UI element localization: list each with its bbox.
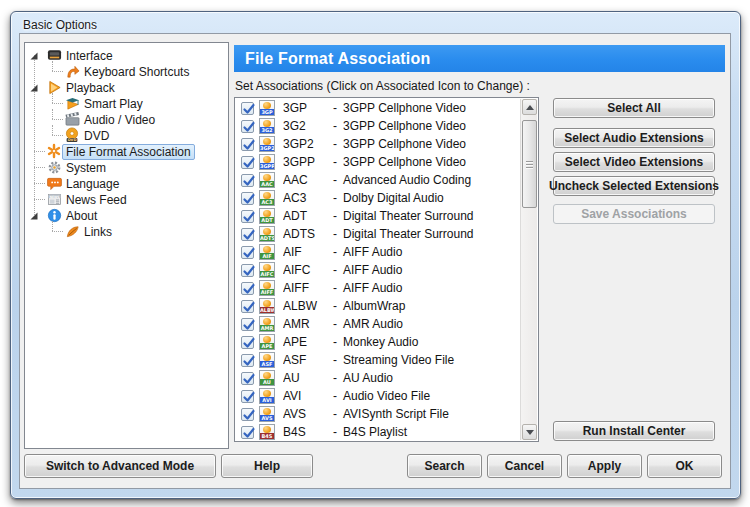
filetype-icon-3g2[interactable]: 3G2 xyxy=(259,118,275,134)
assoc-checkbox-3gpp[interactable] xyxy=(241,156,254,169)
select-video-extensions-button[interactable]: Select Video Extensions xyxy=(553,152,715,172)
filetype-icon-adt[interactable]: ADT xyxy=(259,208,275,224)
select-all-button[interactable]: Select All xyxy=(553,98,715,118)
select-audio-extensions-button[interactable]: Select Audio Extensions xyxy=(553,128,715,148)
thumb-gripper xyxy=(526,161,533,162)
window-titlebar[interactable]: Basic Options xyxy=(23,16,97,33)
tree-item-smart-play[interactable]: Smart Play xyxy=(25,95,228,111)
extension-description: 3GPP Cellphone Video xyxy=(343,155,466,169)
assoc-checkbox-adt[interactable] xyxy=(241,210,254,223)
assoc-row-aif[interactable]: AIFAIF-AIFF Audio xyxy=(236,243,520,261)
assoc-checkbox-amr[interactable] xyxy=(241,318,254,331)
separator: - xyxy=(333,335,343,349)
filetype-icon-avs[interactable]: AVS xyxy=(259,406,275,422)
filetype-icon-aiff[interactable]: AIFF xyxy=(259,280,275,296)
cancel-button[interactable]: Cancel xyxy=(487,454,562,478)
tree-expanded-icon[interactable] xyxy=(29,210,39,220)
extension-description: Monkey Audio xyxy=(343,335,418,349)
filetype-icon-adts[interactable]: ADTS xyxy=(259,226,275,242)
assoc-row-3gp2[interactable]: 3GP23GP2-3GPP Cellphone Video xyxy=(236,135,520,153)
assoc-row-asf[interactable]: ASFASF-Streaming Video File xyxy=(236,351,520,369)
tree-item-file-format-association[interactable]: File Format Association xyxy=(25,143,228,159)
tree-item-label: Interface xyxy=(62,48,117,64)
filetype-icon-aac[interactable]: AAC xyxy=(259,172,275,188)
assoc-checkbox-3g2[interactable] xyxy=(241,120,254,133)
tree-item-news-feed[interactable]: NEWSNews Feed xyxy=(25,191,228,207)
assoc-row-avi[interactable]: AVIAVI-Audio Video File xyxy=(236,387,520,405)
filetype-icon-albw[interactable]: ALBW xyxy=(259,298,275,314)
separator: - xyxy=(333,317,343,331)
tree-item-system[interactable]: System xyxy=(25,159,228,175)
assoc-checkbox-b4s[interactable] xyxy=(241,426,254,439)
filetype-icon-aif[interactable]: AIF xyxy=(259,244,275,260)
apply-button[interactable]: Apply xyxy=(567,454,642,478)
assoc-row-adt[interactable]: ADTADT-Digital Theater Surround xyxy=(236,207,520,225)
extension-name: ASF xyxy=(283,353,333,367)
filetype-icon-amr[interactable]: AMR xyxy=(259,316,275,332)
run-install-center-button[interactable]: Run Install Center xyxy=(553,421,715,441)
tree-item-label: Language xyxy=(62,176,123,192)
speech-bubble-icon xyxy=(46,175,62,191)
assoc-checkbox-aifc[interactable] xyxy=(241,264,254,277)
associations-list: 3GP3GP-3GPP Cellphone Video3G23G2-3GPP C… xyxy=(236,99,520,440)
switch-to-advanced-mode-button[interactable]: Switch to Advanced Mode xyxy=(24,454,216,478)
tree-item-about[interactable]: About xyxy=(25,207,228,223)
filetype-icon-au[interactable]: AU xyxy=(259,370,275,386)
assoc-checkbox-adts[interactable] xyxy=(241,228,254,241)
assoc-row-albw[interactable]: ALBWALBW-AlbumWrap xyxy=(236,297,520,315)
tree-item-links[interactable]: Links xyxy=(25,223,228,239)
assoc-checkbox-ac3[interactable] xyxy=(241,192,254,205)
filetype-icon-aifc[interactable]: AIFC xyxy=(259,262,275,278)
assoc-row-aiff[interactable]: AIFFAIFF-AIFF Audio xyxy=(236,279,520,297)
filetype-icon-ac3[interactable]: AC3 xyxy=(259,190,275,206)
tree-expanded-icon[interactable] xyxy=(29,50,39,60)
assoc-row-au[interactable]: AUAU-AU Audio xyxy=(236,369,520,387)
scrollbar[interactable] xyxy=(520,99,537,440)
help-button[interactable]: Help xyxy=(221,454,313,478)
assoc-checkbox-aif[interactable] xyxy=(241,246,254,259)
filetype-icon-asf[interactable]: ASF xyxy=(259,352,275,368)
filetype-icon-3gp[interactable]: 3GP xyxy=(259,100,275,116)
scroll-down-button[interactable] xyxy=(522,424,537,440)
assoc-checkbox-au[interactable] xyxy=(241,372,254,385)
filetype-icon-avi[interactable]: AVI xyxy=(259,388,275,404)
tree-item-keyboard-shortcuts[interactable]: Keyboard Shortcuts xyxy=(25,63,228,79)
assoc-checkbox-aac[interactable] xyxy=(241,174,254,187)
filetype-icon-b4s[interactable]: B4S xyxy=(259,424,275,440)
assoc-row-3gp[interactable]: 3GP3GP-3GPP Cellphone Video xyxy=(236,99,520,117)
assoc-row-3g2[interactable]: 3G23G2-3GPP Cellphone Video xyxy=(236,117,520,135)
assoc-checkbox-ape[interactable] xyxy=(241,336,254,349)
tree-item-playback[interactable]: Playback xyxy=(25,79,228,95)
separator: - xyxy=(333,191,343,205)
assoc-checkbox-avi[interactable] xyxy=(241,390,254,403)
assoc-checkbox-3gp2[interactable] xyxy=(241,138,254,151)
filetype-icon-3gpp[interactable]: 3GPP xyxy=(259,154,275,170)
assoc-row-aifc[interactable]: AIFCAIFC-AIFF Audio xyxy=(236,261,520,279)
extension-description: AMR Audio xyxy=(343,317,403,331)
assoc-checkbox-aiff[interactable] xyxy=(241,282,254,295)
assoc-row-adts[interactable]: ADTSADTS-Digital Theater Surround xyxy=(236,225,520,243)
search-button[interactable]: Search xyxy=(407,454,482,478)
tree-item-language[interactable]: Language xyxy=(25,175,228,191)
assoc-checkbox-avs[interactable] xyxy=(241,408,254,421)
assoc-row-avs[interactable]: AVSAVS-AVISynth Script File xyxy=(236,405,520,423)
tree-item-audio-video[interactable]: Audio / Video xyxy=(25,111,228,127)
tree-expanded-icon[interactable] xyxy=(29,82,39,92)
scroll-up-button[interactable] xyxy=(522,99,537,115)
assoc-checkbox-albw[interactable] xyxy=(241,300,254,313)
assoc-row-amr[interactable]: AMRAMR-AMR Audio xyxy=(236,315,520,333)
assoc-row-ac3[interactable]: AC3AC3-Dolby Digital Audio xyxy=(236,189,520,207)
assoc-row-b4s[interactable]: B4SB4S-B4S Playlist xyxy=(236,423,520,440)
assoc-row-3gpp[interactable]: 3GPP3GPP-3GPP Cellphone Video xyxy=(236,153,520,171)
tree-item-interface[interactable]: Interface xyxy=(25,47,228,63)
filetype-icon-3gp2[interactable]: 3GP2 xyxy=(259,136,275,152)
filetype-icon-ape[interactable]: APE xyxy=(259,334,275,350)
scrollbar-thumb[interactable] xyxy=(522,120,537,208)
assoc-row-ape[interactable]: APEAPE-Monkey Audio xyxy=(236,333,520,351)
ok-button[interactable]: OK xyxy=(647,454,722,478)
tree-item-dvd[interactable]: DVDDVD xyxy=(25,127,228,143)
assoc-checkbox-asf[interactable] xyxy=(241,354,254,367)
assoc-row-aac[interactable]: AACAAC-Advanced Audio Coding xyxy=(236,171,520,189)
assoc-checkbox-3gp[interactable] xyxy=(241,102,254,115)
uncheck-selected-extensions-button[interactable]: Uncheck Selected Extensions xyxy=(553,176,715,196)
